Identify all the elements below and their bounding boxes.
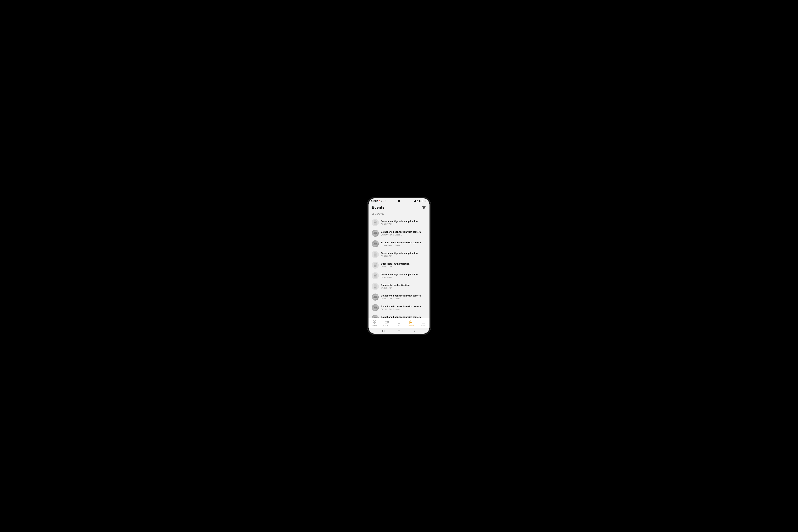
event-content: Established connection with camera 04:39… [381,230,426,236]
svg-rect-35 [373,296,377,296]
dot-icon: ● [383,200,384,202]
camera-thumbnail [372,230,379,237]
svg-point-5 [418,202,418,202]
whatsapp-icon: ✉ [385,200,386,202]
nav-eva[interactable]: Eva [393,320,405,326]
list-item[interactable]: Established connection with camera 04:29… [368,302,430,313]
views-icon [373,320,377,324]
svg-rect-57 [411,322,412,323]
event-content: General configuration application 04:39:… [381,252,426,257]
list-item[interactable]: General configuration application 04:32:… [368,270,430,281]
event-title: Successful authentication [381,284,426,287]
svg-rect-47 [375,322,376,324]
filter-button[interactable] [421,205,426,210]
list-item[interactable]: General configuration application 04:39:… [368,217,430,228]
event-subtitle: 04:39:09 PM, Camera 1 [381,234,426,236]
event-title: Established connection with camera [381,294,426,298]
nav-more-label: More [421,324,425,326]
list-item[interactable]: Successful authentication 04:31:06 PM [368,281,430,292]
doc-icon [372,262,379,269]
svg-point-18 [375,243,376,244]
camera-thumbnail [372,304,379,311]
cameras-icon [385,320,389,324]
camera-thumbnail [372,293,379,301]
wifi-icon [417,200,419,202]
nav-cameras[interactable]: Cameras [381,320,393,326]
battery-icon: 62% [419,200,426,202]
phone-frame: 4:40 PM ⏰ ◉ ● ✉ [367,197,431,335]
events-icon [409,320,413,324]
event-content: Established connection with camera 04:29… [381,316,426,318]
list-item[interactable]: Established connection with camera 04:29… [368,313,430,318]
event-subtitle: 04:32:16 PM [381,276,426,279]
camera-thumbnail [372,240,379,247]
event-title: General configuration application [381,220,426,223]
nav-events[interactable]: Events [405,320,417,326]
more-icon [421,320,425,324]
alarm-icon: ⏰ [379,200,380,202]
event-content: Successful authentication 04:31:06 PM [381,284,426,289]
svg-rect-43 [373,317,377,318]
list-item[interactable]: Successful authentication 04:33:27 PM [368,260,430,270]
event-subtitle: 04:29:31 PM, Camera 2 [381,308,426,310]
svg-rect-19 [373,242,377,243]
nav-events-label: Events [408,324,414,326]
system-bar [368,328,430,334]
list-item[interactable]: Established connection with camera 04:39… [368,239,430,249]
event-content: Established connection with camera 04:29… [381,294,426,300]
svg-point-14 [375,232,376,233]
event-subtitle: 04:39:27 PM [381,223,426,225]
event-subtitle: 04:29:31 PM, Camera 1 [381,298,426,300]
square-button[interactable] [382,330,385,332]
event-content: General configuration application 04:32:… [381,273,426,279]
app-header: Events [368,204,430,211]
bottom-nav: Views Cameras [368,318,430,328]
event-title: General configuration application [381,273,426,276]
events-list: General configuration application 04:39:… [368,217,430,318]
svg-rect-46 [373,322,374,324]
nav-more[interactable]: More [417,320,430,326]
list-item[interactable]: General configuration application 04:39:… [368,249,430,260]
svg-rect-4 [416,200,416,202]
nav-views[interactable]: Views [368,320,381,326]
svg-rect-48 [385,321,388,323]
nav-cameras-label: Cameras [383,324,391,326]
doc-icon [372,219,379,226]
doc-icon [372,283,379,290]
svg-rect-45 [375,321,376,322]
filter-icon [422,206,426,209]
svg-point-38 [375,307,376,308]
svg-rect-0 [414,201,414,202]
event-title: Established connection with camera [381,241,426,244]
svg-point-34 [375,296,376,298]
home-button[interactable] [398,330,400,332]
event-subtitle: 04:33:27 PM [381,266,426,268]
date-separator: 11 May 2023 [368,211,430,217]
status-time: 4:40 PM [371,200,378,202]
svg-rect-1 [414,201,415,202]
event-content: General configuration application 04:39:… [381,220,426,225]
signal-icon [414,200,416,202]
event-title: Established connection with camera [381,316,426,318]
nav-eva-label: Eva [397,324,400,326]
event-title: Established connection with camera [381,305,426,308]
svg-rect-15 [373,232,377,232]
svg-rect-61 [382,330,384,332]
camera-hole [398,200,400,202]
list-item[interactable]: Established connection with camera 04:29… [368,292,430,302]
status-icons: 62% [414,200,426,202]
page-title: Events [372,205,384,210]
svg-rect-56 [410,322,411,323]
event-content: Established connection with camera 04:29… [381,305,426,310]
svg-rect-49 [397,321,401,323]
event-title: Established connection with camera [381,230,426,233]
event-subtitle: 04:31:06 PM [381,287,426,289]
svg-rect-44 [373,321,374,322]
event-title: Successful authentication [381,263,426,265]
svg-rect-39 [373,306,377,307]
event-content: Established connection with camera 04:39… [381,241,426,247]
location-icon: ◉ [381,200,382,202]
list-item[interactable]: Established connection with camera 04:39… [368,228,430,239]
svg-rect-2 [415,201,415,202]
back-button[interactable] [413,330,416,332]
